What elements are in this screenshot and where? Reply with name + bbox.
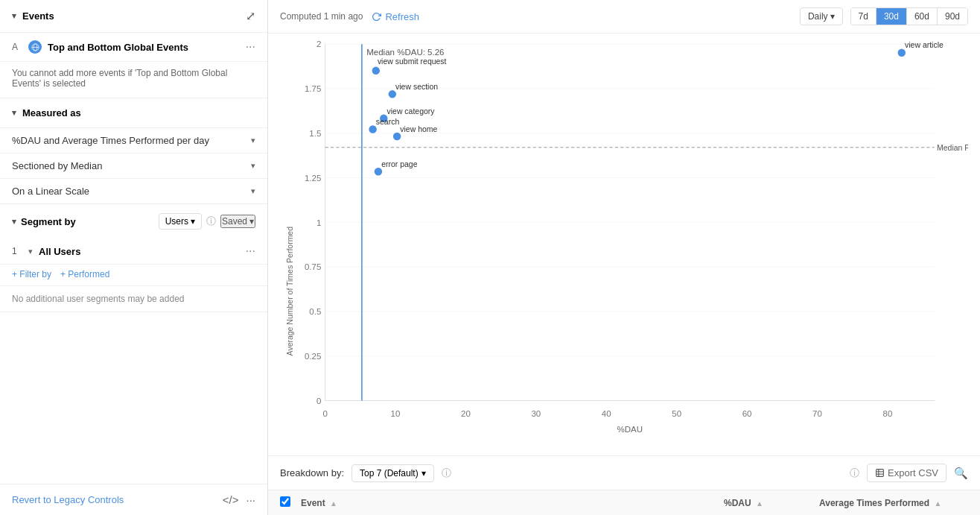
svg-text:50: 50 bbox=[672, 409, 681, 418]
breakdown-select[interactable]: Top 7 (Default) ▾ bbox=[351, 464, 434, 482]
svg-text:view submit request: view submit request bbox=[378, 57, 447, 66]
daily-button[interactable]: Daily ▾ bbox=[800, 7, 843, 25]
median-freq-label: Median Frequency: bbox=[937, 144, 968, 152]
breakdown-label: Breakdown by: bbox=[280, 467, 344, 478]
segment-expand-icon[interactable]: ▾ bbox=[28, 247, 33, 256]
90d-button[interactable]: 90d bbox=[938, 8, 967, 25]
svg-text:view category: view category bbox=[386, 107, 435, 116]
point-view-submit[interactable] bbox=[372, 67, 380, 75]
svg-text:view section: view section bbox=[395, 83, 438, 91]
dropdown-median[interactable]: Sectioned by Median ▾ bbox=[0, 154, 267, 179]
export-csv-button[interactable]: Export CSV bbox=[867, 464, 946, 482]
bottom-bar: Revert to Legacy Controls </> ··· bbox=[0, 484, 267, 515]
more-options-button[interactable]: ··· bbox=[246, 493, 255, 506]
svg-rect-40 bbox=[876, 470, 884, 477]
globe-icon bbox=[28, 40, 42, 54]
svg-text:0.25: 0.25 bbox=[305, 352, 321, 361]
point-view-home[interactable] bbox=[393, 133, 401, 140]
filter-by-button[interactable]: + Filter by bbox=[12, 269, 51, 279]
breakdown-chevron: ▾ bbox=[421, 468, 426, 478]
computed-text: Computed 1 min ago bbox=[280, 11, 363, 22]
breakdown-bar: Breakdown by: Top 7 (Default) ▾ ⓘ ⓘ Expo… bbox=[268, 455, 980, 490]
svg-text:search: search bbox=[376, 118, 400, 126]
user-segment-row: 1 ▾ All Users ··· bbox=[0, 238, 267, 265]
events-collapse-icon: ▾ bbox=[12, 11, 16, 21]
table-dau-col: %DAU ▲ bbox=[724, 498, 813, 508]
dropdown-dau[interactable]: %DAU and Average Times Performed per day… bbox=[0, 128, 267, 154]
event-row: A Top and Bottom Global Events ··· bbox=[0, 33, 267, 62]
segment-title-group: ▾ Segment by bbox=[12, 216, 76, 227]
table-event-col: Event ▲ bbox=[301, 498, 718, 508]
dropdown-scale-label: On a Linear Scale bbox=[12, 186, 89, 197]
daily-chevron: ▾ bbox=[830, 11, 835, 22]
measured-title-group: ▾ Measured as bbox=[12, 107, 81, 119]
events-section-header[interactable]: ▾ Events ⤢ bbox=[0, 0, 267, 33]
60d-button[interactable]: 60d bbox=[907, 8, 938, 25]
dropdown-median-label: Sectioned by Median bbox=[12, 160, 102, 171]
svg-text:view article: view article bbox=[905, 41, 944, 49]
svg-text:1.5: 1.5 bbox=[309, 129, 321, 138]
table-header: Event ▲ %DAU ▲ Average Times Performed ▲ bbox=[268, 490, 980, 515]
segment-name: All Users bbox=[39, 246, 240, 257]
svg-text:0: 0 bbox=[322, 409, 327, 418]
search-button[interactable]: 🔍 bbox=[954, 467, 968, 480]
chart-header-right: Daily ▾ 7d 30d 60d 90d bbox=[800, 7, 968, 25]
scatter-chart: Average Number of Times Performed 0 0.25… bbox=[268, 41, 968, 455]
table-times-col: Average Times Performed ▲ bbox=[819, 498, 968, 508]
svg-text:2: 2 bbox=[316, 41, 321, 48]
segment-section: ▾ Segment by Users ▾ ⓘ Saved ▾ 1 ▾ All U… bbox=[0, 204, 267, 312]
measured-collapse-icon: ▾ bbox=[12, 108, 16, 118]
svg-text:60: 60 bbox=[742, 409, 752, 418]
breakdown-help-icon[interactable]: ⓘ bbox=[850, 467, 859, 480]
measured-section-title: Measured as bbox=[22, 107, 81, 119]
svg-text:error page: error page bbox=[381, 160, 418, 168]
30d-button[interactable]: 30d bbox=[876, 8, 907, 25]
dropdown-scale[interactable]: On a Linear Scale ▾ bbox=[0, 179, 267, 203]
point-view-section[interactable] bbox=[389, 90, 396, 98]
saved-button[interactable]: Saved ▾ bbox=[220, 215, 255, 228]
point-search[interactable] bbox=[369, 125, 376, 133]
svg-text:70: 70 bbox=[812, 409, 822, 418]
x-axis-label: %DAU bbox=[617, 425, 643, 434]
event-letter: A bbox=[12, 42, 22, 52]
segment-more-icon[interactable]: ··· bbox=[246, 244, 255, 258]
segment-section-header: ▾ Segment by Users ▾ ⓘ Saved ▾ bbox=[0, 204, 267, 238]
select-all-checkbox[interactable] bbox=[280, 496, 290, 507]
dau-sort-icon[interactable]: ▲ bbox=[756, 499, 763, 508]
code-icon-button[interactable]: </> bbox=[223, 493, 239, 506]
events-section-title-group: ▾ Events bbox=[12, 10, 54, 22]
svg-text:1.75: 1.75 bbox=[305, 84, 321, 93]
users-chevron: ▾ bbox=[191, 216, 195, 227]
point-view-article[interactable] bbox=[898, 48, 906, 56]
refresh-button[interactable]: Refresh bbox=[372, 11, 419, 22]
revert-link[interactable]: Revert to Legacy Controls bbox=[12, 494, 124, 505]
breakdown-info-icon[interactable]: ⓘ bbox=[442, 467, 451, 480]
median-dau-label: Median %DAU: 5.26 bbox=[366, 48, 444, 57]
dropdown-median-chevron: ▾ bbox=[251, 161, 255, 171]
time-period-group: 7d 30d 60d 90d bbox=[850, 7, 968, 25]
performed-button[interactable]: + Performed bbox=[60, 269, 109, 279]
no-segments-text: No additional user segments may be added bbox=[0, 286, 267, 312]
segment-number: 1 bbox=[12, 246, 22, 256]
segment-collapse-icon[interactable]: ▾ bbox=[12, 217, 16, 227]
measured-section-header[interactable]: ▾ Measured as bbox=[0, 98, 267, 128]
times-sort-icon[interactable]: ▲ bbox=[934, 499, 941, 508]
measured-section: ▾ Measured as %DAU and Average Times Per… bbox=[0, 98, 267, 204]
chart-header-left: Computed 1 min ago Refresh bbox=[280, 11, 419, 22]
chart-area: Average Number of Times Performed 0 0.25… bbox=[268, 34, 980, 455]
7d-button[interactable]: 7d bbox=[851, 8, 876, 25]
saved-chevron: ▾ bbox=[249, 216, 254, 227]
segment-info-icon[interactable]: ⓘ bbox=[206, 215, 216, 228]
share-icon[interactable]: ⤢ bbox=[246, 9, 255, 23]
y-axis-label: Average Number of Times Performed bbox=[286, 227, 294, 356]
event-more-icon[interactable]: ··· bbox=[246, 40, 255, 54]
users-button[interactable]: Users ▾ bbox=[159, 213, 202, 230]
event-sort-icon[interactable]: ▲ bbox=[330, 499, 337, 508]
svg-text:0.5: 0.5 bbox=[309, 307, 321, 316]
segment-section-title: Segment by bbox=[21, 216, 76, 227]
warning-text: You cannot add more events if 'Top and B… bbox=[0, 62, 267, 98]
point-error-page[interactable] bbox=[375, 168, 382, 175]
svg-text:20: 20 bbox=[461, 409, 471, 418]
svg-text:0.75: 0.75 bbox=[305, 262, 321, 271]
segment-controls: Users ▾ ⓘ Saved ▾ bbox=[159, 213, 255, 230]
